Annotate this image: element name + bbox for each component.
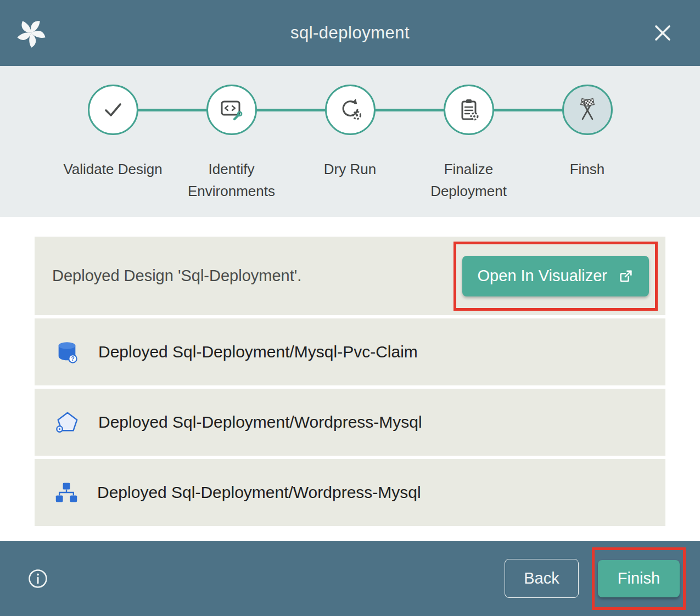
step-validate-design[interactable]: Validate Design: [54, 85, 172, 202]
finish-button[interactable]: Finish: [598, 560, 680, 597]
step-label: Finalize Deployment: [414, 158, 524, 202]
svg-text:?: ?: [71, 355, 74, 362]
pentagon-icon: [54, 410, 80, 435]
result-text: Deployed Sql-Deployment/Wordpress-Mysql: [97, 483, 421, 502]
step-identify-environments[interactable]: Identify Environments: [172, 85, 291, 202]
close-icon[interactable]: [649, 20, 676, 46]
finish-flags-icon: [562, 85, 613, 135]
open-in-visualizer-label: Open In Visualizer: [478, 267, 607, 285]
modal-title: sql-deployment: [0, 23, 700, 43]
step-finish[interactable]: Finsh: [528, 85, 647, 202]
highlight-box-visualizer: Open In Visualizer: [453, 242, 658, 311]
result-text: Deployed Sql-Deployment/Mysql-Pvc-Claim: [98, 343, 418, 361]
external-link-icon: [618, 268, 634, 284]
step-label: Identify Environments: [177, 158, 287, 202]
result-row-wordpress-mysql-1: Deployed Sql-Deployment/Wordpress-Mysql: [35, 389, 665, 456]
footer-actions: Back Finish: [505, 547, 686, 610]
refresh-gear-icon: [325, 85, 376, 135]
result-row-mysql-pvc-claim: ? Deployed Sql-Deployment/Mysql-Pvc-Clai…: [35, 318, 665, 385]
clipboard-gear-icon: [444, 85, 494, 135]
modal-header: sql-deployment: [0, 0, 700, 66]
code-wrench-icon: [206, 85, 257, 135]
highlight-box-finish: Finish: [592, 547, 686, 610]
step-dry-run[interactable]: Dry Run: [291, 85, 410, 202]
stepper: Validate Design Identify Environments: [0, 66, 700, 217]
deployment-wizard-modal: sql-deployment Validate Design: [0, 0, 700, 616]
step-finalize-deployment[interactable]: Finalize Deployment: [410, 85, 528, 202]
back-button[interactable]: Back: [505, 559, 579, 598]
checkmark-icon: [88, 85, 138, 135]
step-label: Dry Run: [324, 158, 376, 180]
open-in-visualizer-button[interactable]: Open In Visualizer: [462, 256, 649, 296]
deployed-design-row: Deployed Design 'Sql-Deployment'. Open I…: [35, 237, 665, 315]
deployed-design-text: Deployed Design 'Sql-Deployment'.: [52, 267, 301, 285]
modal-footer: Back Finish: [0, 541, 700, 616]
hierarchy-icon: [54, 480, 79, 505]
result-text: Deployed Sql-Deployment/Wordpress-Mysql: [98, 413, 422, 432]
result-row-wordpress-mysql-2: Deployed Sql-Deployment/Wordpress-Mysql: [35, 459, 665, 526]
step-label: Validate Design: [63, 158, 162, 180]
step-label: Finsh: [570, 158, 605, 180]
deployment-results: Deployed Design 'Sql-Deployment'. Open I…: [0, 217, 700, 541]
database-icon: ?: [54, 339, 80, 365]
info-icon[interactable]: [27, 568, 48, 589]
